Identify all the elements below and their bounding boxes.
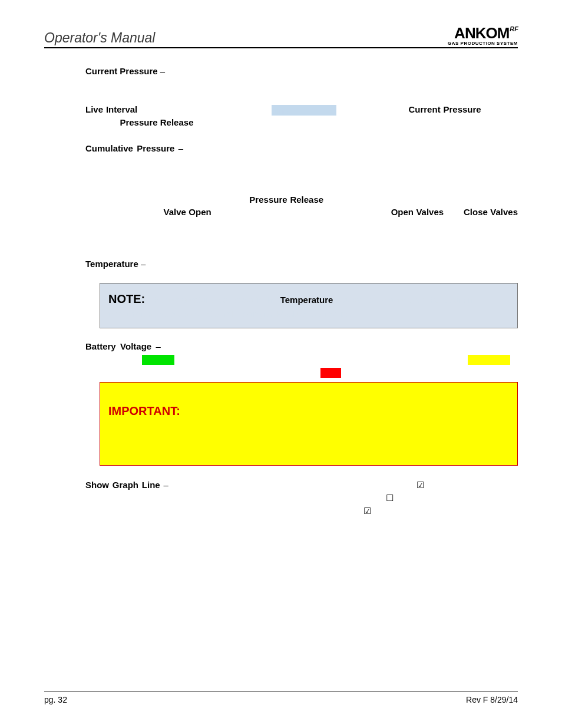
page-number: pg. 32: [44, 695, 67, 704]
page-content: Current Pressure – This is the pressure …: [44, 65, 518, 518]
term-live-interval: Live Interval: [85, 104, 137, 114]
section-live-interval: Live Interval – When this cell is highli…: [85, 103, 518, 129]
note-box: NOTE:The temperature displayed in the Te…: [100, 283, 518, 328]
important-label: IMPORTANT:: [108, 404, 180, 417]
revision-label: Rev F 8/29/14: [466, 695, 518, 704]
highlight-yellow: [468, 355, 510, 365]
note-label: NOTE:: [108, 292, 145, 305]
logo-sub-text: GAS PRODUCTION SYSTEM: [448, 41, 518, 45]
logo-main-text: ANKOM: [454, 27, 509, 40]
ankom-logo: ANKOMRF GAS PRODUCTION SYSTEM: [448, 27, 518, 46]
checkbox-empty-icon: ☐: [386, 492, 394, 505]
logo-rf-text: RF: [510, 25, 518, 32]
page-footer: pg. 32 Rev F 8/29/14: [44, 691, 518, 704]
section-temperature: Temperature – This is the temperature wi…: [85, 258, 518, 271]
important-box: IMPORTANT:It is important to have good b…: [100, 382, 518, 466]
checkbox-checked-icon: ☑: [416, 479, 424, 492]
highlight-blue: blue: [272, 105, 336, 116]
section-battery-voltage: Battery Voltage – This is the battery vo…: [85, 340, 518, 378]
section-show-graph: Show Graph Line – When the box for a spe…: [85, 479, 518, 517]
highlight-red: [320, 368, 341, 378]
highlight-green: [142, 355, 174, 365]
page-header: Operator's Manual ANKOMRF GAS PRODUCTION…: [44, 27, 518, 48]
manual-title: Operator's Manual: [44, 30, 155, 46]
checkbox-checked-icon-2: ☑: [363, 505, 371, 518]
term-battery-voltage: Battery Voltage: [85, 341, 151, 351]
section-current-pressure: Current Pressure – This is the pressure …: [85, 65, 518, 91]
term-temperature: Temperature: [85, 259, 138, 269]
term-current-pressure: Current Pressure: [85, 66, 158, 76]
section-cumulative-pressure: Cumulative Pressure – This is the summat…: [85, 142, 518, 245]
term-cumulative-pressure: Cumulative Pressure: [85, 143, 174, 153]
term-show-graph-line: Show Graph Line: [85, 480, 160, 490]
